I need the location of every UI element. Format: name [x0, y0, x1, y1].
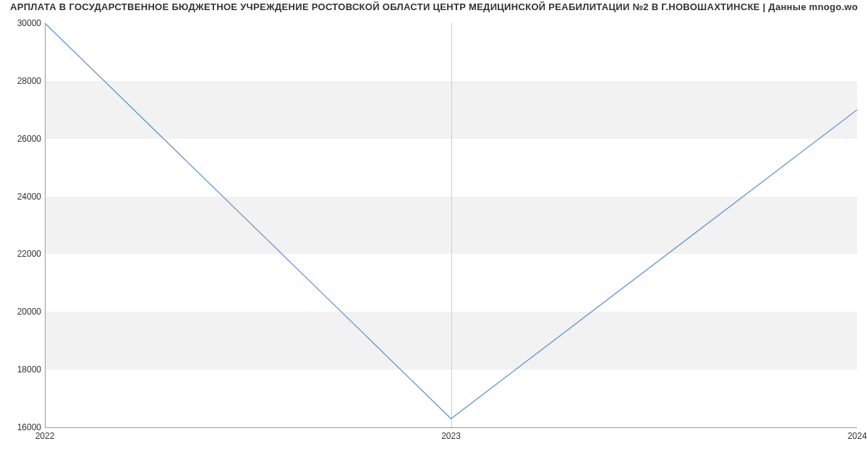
y-tick-label: 24000 — [5, 192, 41, 202]
y-axis-line — [45, 23, 46, 427]
y-tick-label: 22000 — [5, 249, 41, 259]
chart-line-series — [45, 23, 857, 427]
x-tick-label: 2023 — [441, 431, 461, 441]
y-tick-label: 20000 — [5, 307, 41, 317]
y-tick-label: 30000 — [5, 18, 41, 28]
x-tick-label: 2024 — [848, 431, 867, 441]
chart-title: АРПЛАТА В ГОСУДАРСТВЕННОЕ БЮДЖЕТНОЕ УЧРЕ… — [0, 1, 868, 12]
y-tick-label: 18000 — [5, 364, 41, 375]
y-tick-label: 26000 — [5, 134, 41, 144]
x-tick-label: 2022 — [35, 431, 55, 441]
x-axis-line — [45, 427, 857, 428]
chart-plot-area — [45, 23, 857, 427]
y-tick-label: 28000 — [5, 76, 41, 86]
